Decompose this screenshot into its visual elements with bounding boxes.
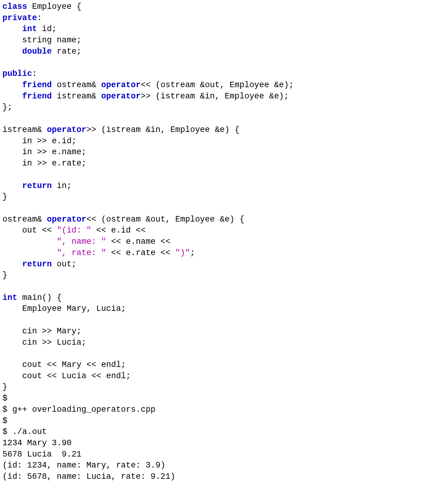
text-token: in >> e.id; <box>2 137 76 146</box>
text-token: rate; <box>52 47 81 56</box>
text-token: (id: 5678, name: Lucia, rate: 9.21) <box>2 472 175 481</box>
code-line: } <box>2 192 7 201</box>
code-line: friend istream& operator>> (istream &in,… <box>2 92 289 101</box>
text-token: in >> e.name; <box>2 148 86 157</box>
code-line: class Employee { <box>2 2 81 11</box>
text-token: cin >> Lucia; <box>2 338 86 347</box>
text-token <box>2 80 22 90</box>
text-token <box>2 24 22 34</box>
text-token: id; <box>37 24 57 34</box>
keyword-token: int <box>2 293 17 302</box>
code-line: in >> e.name; <box>2 148 86 157</box>
text-token: << e.rate << <box>106 248 175 258</box>
text-token: << (ostream &out, Employee &e); <box>141 80 294 90</box>
text-token: : <box>32 69 37 78</box>
code-line: friend ostream& operator<< (ostream &out… <box>2 80 294 90</box>
code-line: string name; <box>2 36 81 45</box>
code-line: return out; <box>2 260 76 269</box>
code-line: }; <box>2 103 12 112</box>
text-token: istream& <box>2 125 47 134</box>
code-line: cin >> Mary; <box>2 327 81 336</box>
keyword-token: private <box>2 13 37 23</box>
string-token: "(id: " <box>57 226 91 235</box>
code-listing: class Employee { private: int id; string… <box>2 1 446 482</box>
code-line: cout << Lucia << endl; <box>2 371 131 381</box>
code-line: out << "(id: " << e.id << <box>2 226 146 235</box>
code-line: double rate; <box>2 47 81 56</box>
text-token: $ <box>2 416 7 425</box>
code-line: (id: 5678, name: Lucia, rate: 9.21) <box>2 472 175 481</box>
keyword-token: int <box>22 24 37 34</box>
text-token: cin >> Mary; <box>2 327 81 336</box>
text-token: >> (istream &in, Employee &e); <box>141 92 289 101</box>
text-token: $ <box>2 394 7 403</box>
text-token: $ ./a.out <box>2 427 47 436</box>
code-line: private: <box>2 13 42 23</box>
keyword-token: return <box>22 181 52 190</box>
text-token: in >> e.rate; <box>2 159 86 168</box>
text-token: out << <box>2 226 57 235</box>
keyword-token: operator <box>47 125 87 134</box>
code-line: in >> e.rate; <box>2 159 86 168</box>
keyword-token: operator <box>47 215 87 224</box>
keyword-token: operator <box>101 92 141 101</box>
code-line: $ <box>2 416 7 425</box>
string-token: ", name: " <box>57 237 106 246</box>
text-token: ostream& <box>52 80 101 90</box>
string-token: ")" <box>175 248 190 258</box>
text-token: 5678 Lucia 9.21 <box>2 450 81 459</box>
code-line: ostream& operator<< (ostream &out, Emplo… <box>2 215 244 224</box>
text-token: : <box>37 13 42 23</box>
text-token: << e.name << <box>106 237 170 246</box>
code-line: cin >> Lucia; <box>2 338 86 347</box>
text-token: }; <box>2 103 12 112</box>
text-token: in; <box>52 181 72 190</box>
code-line: ", rate: " << e.rate << ")"; <box>2 248 195 258</box>
keyword-token: friend <box>22 80 52 90</box>
code-line: $ ./a.out <box>2 427 47 436</box>
keyword-token: friend <box>22 92 52 101</box>
string-token: ", rate: " <box>57 248 106 258</box>
text-token: out; <box>52 260 76 269</box>
code-line: } <box>2 271 7 280</box>
code-line: in >> e.id; <box>2 137 76 146</box>
text-token: string name; <box>2 36 81 45</box>
text-token <box>2 47 22 56</box>
keyword-token: class <box>2 2 27 11</box>
code-line: cout << Mary << endl; <box>2 360 126 369</box>
text-token: } <box>2 271 7 280</box>
text-token: >> (istream &in, Employee &e) { <box>86 125 239 134</box>
code-line: public: <box>2 69 37 78</box>
text-token: $ g++ overloading_operators.cpp <box>2 405 155 414</box>
text-token: cout << Mary << endl; <box>2 360 126 369</box>
code-line: istream& operator>> (istream &in, Employ… <box>2 125 240 134</box>
text-token <box>2 237 57 246</box>
text-token: } <box>2 192 7 201</box>
keyword-token: double <box>22 47 52 56</box>
text-token: (id: 1234, name: Mary, rate: 3.9) <box>2 461 165 470</box>
text-token: } <box>2 382 7 392</box>
text-token: Employee { <box>27 2 81 11</box>
text-token: << e.id << <box>91 226 146 235</box>
text-token: Employee Mary, Lucia; <box>2 304 126 313</box>
keyword-token: public <box>2 69 32 78</box>
text-token: ostream& <box>2 215 47 224</box>
code-line: $ g++ overloading_operators.cpp <box>2 405 155 414</box>
code-line: ", name: " << e.name << <box>2 237 170 246</box>
code-line: 5678 Lucia 9.21 <box>2 450 81 459</box>
code-line: (id: 1234, name: Mary, rate: 3.9) <box>2 461 165 470</box>
text-token: istream& <box>52 92 101 101</box>
text-token: 1234 Mary 3.90 <box>2 439 72 448</box>
keyword-token: operator <box>101 80 141 90</box>
code-line: int id; <box>2 24 57 34</box>
keyword-token: return <box>22 260 52 269</box>
text-token <box>2 181 22 190</box>
code-line: Employee Mary, Lucia; <box>2 304 126 313</box>
text-token: cout << Lucia << endl; <box>2 371 131 381</box>
text-token <box>2 92 22 101</box>
code-line: } <box>2 382 7 392</box>
code-line: return in; <box>2 181 72 190</box>
code-line: $ <box>2 394 7 403</box>
text-token: << (ostream &out, Employee &e) { <box>86 215 244 224</box>
text-token <box>2 248 57 258</box>
